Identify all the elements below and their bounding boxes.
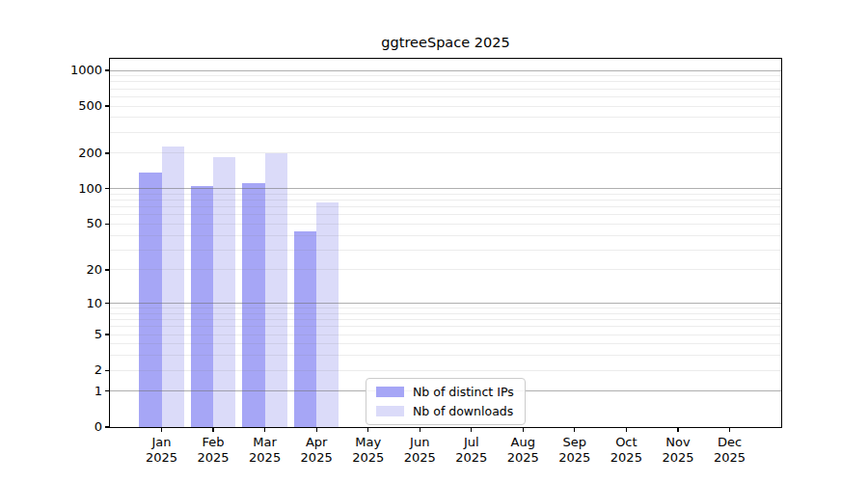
gridline-minor-900 xyxy=(110,75,781,76)
legend: Nb of distinct IPs Nb of downloads xyxy=(366,378,526,425)
y-tick-10 xyxy=(105,303,110,304)
x-tick-label-jan: Jan 2025 xyxy=(133,435,191,466)
x-tick-label-jul: Jul 2025 xyxy=(443,435,501,466)
y-tick-1000 xyxy=(105,69,110,70)
gridline-minor-400 xyxy=(110,117,781,118)
legend-label-distinct-ips: Nb of distinct IPs xyxy=(413,385,514,399)
y-tick-50 xyxy=(105,224,110,225)
gridline-minor-200 xyxy=(110,152,781,153)
gridline-minor-70 xyxy=(110,206,781,207)
y-tick-label-50: 50 xyxy=(56,216,102,231)
x-tick-nov xyxy=(677,427,678,432)
legend-swatch-distinct-ips xyxy=(376,387,404,397)
gridline-minor-5 xyxy=(110,335,781,335)
x-tick-label-apr: Apr 2025 xyxy=(287,435,345,466)
gridline-minor-500 xyxy=(110,106,781,107)
x-tick-label-aug: Aug 2025 xyxy=(494,435,552,466)
y-tick-500 xyxy=(105,105,110,106)
download-stats-chart: ggtreeSpace 2025 Nb of distinct IPs Nb o… xyxy=(0,0,868,482)
gridline-minor-600 xyxy=(110,96,781,97)
gridline-minor-40 xyxy=(110,235,781,236)
x-tick-may xyxy=(367,427,368,432)
gridline-major-10 xyxy=(110,303,781,304)
legend-item-distinct-ips: Nb of distinct IPs xyxy=(376,385,515,399)
gridline-minor-6 xyxy=(110,326,781,327)
gridline-minor-800 xyxy=(110,81,781,82)
y-tick-100 xyxy=(105,188,110,189)
y-tick-label-100: 100 xyxy=(56,181,102,197)
gridline-minor-30 xyxy=(110,250,781,251)
gridline-minor-50 xyxy=(110,224,781,225)
gridline-major-100 xyxy=(110,188,781,189)
y-tick-label-200: 200 xyxy=(56,146,102,161)
y-tick-2 xyxy=(105,370,110,371)
legend-item-downloads: Nb of downloads xyxy=(376,404,515,418)
x-tick-sep xyxy=(574,427,575,432)
x-tick-label-jun: Jun 2025 xyxy=(391,435,448,466)
x-tick-label-oct: Oct 2025 xyxy=(597,435,655,466)
gridline-major-1000 xyxy=(110,70,781,71)
y-tick-0 xyxy=(105,426,110,427)
x-tick-label-sep: Sep 2025 xyxy=(546,435,604,466)
y-tick-200 xyxy=(105,152,110,153)
x-tick-label-feb: Feb 2025 xyxy=(184,435,242,466)
gridline-minor-9 xyxy=(110,308,781,308)
x-tick-mar xyxy=(264,427,265,432)
x-tick-dec xyxy=(729,427,730,432)
gridline-minor-2 xyxy=(110,370,781,371)
x-tick-oct xyxy=(626,427,627,432)
y-tick-label-5: 5 xyxy=(56,327,102,342)
x-tick-label-mar: Mar 2025 xyxy=(236,435,294,466)
y-tick-label-500: 500 xyxy=(56,98,102,114)
legend-swatch-downloads xyxy=(376,406,404,416)
y-tick-20 xyxy=(105,269,110,270)
legend-label-downloads: Nb of downloads xyxy=(413,404,513,418)
y-tick-label-0: 0 xyxy=(56,419,102,435)
gridline-minor-8 xyxy=(110,313,781,314)
y-tick-1 xyxy=(105,390,110,391)
gridline-minor-90 xyxy=(110,194,781,195)
x-tick-apr xyxy=(316,427,317,432)
x-tick-jan xyxy=(161,427,162,432)
y-tick-label-1: 1 xyxy=(56,384,102,399)
gridline-minor-4 xyxy=(110,343,781,344)
bar-distinct-ips-apr xyxy=(294,231,316,427)
gridline-minor-60 xyxy=(110,214,781,215)
y-tick-label-10: 10 xyxy=(56,296,102,311)
x-tick-label-may: May 2025 xyxy=(339,435,397,466)
bar-downloads-apr xyxy=(316,202,339,427)
gridline-minor-7 xyxy=(110,319,781,320)
bar-distinct-ips-jan xyxy=(139,173,161,427)
gridline-minor-300 xyxy=(110,132,781,133)
gridline-minor-80 xyxy=(110,200,781,201)
x-tick-jul xyxy=(471,427,472,432)
y-tick-label-1000: 1000 xyxy=(56,63,102,78)
y-tick-label-2: 2 xyxy=(56,362,102,378)
x-tick-feb xyxy=(212,427,213,432)
chart-title: ggtreeSpace 2025 xyxy=(110,35,781,50)
x-tick-jun xyxy=(420,427,420,432)
bar-downloads-feb xyxy=(213,157,235,427)
gridline-minor-700 xyxy=(110,89,781,90)
y-tick-label-20: 20 xyxy=(56,262,102,278)
x-tick-label-dec: Dec 2025 xyxy=(700,435,758,466)
x-tick-label-nov: Nov 2025 xyxy=(649,435,707,466)
x-tick-aug xyxy=(523,427,524,432)
gridline-minor-20 xyxy=(110,269,781,270)
y-tick-5 xyxy=(105,334,110,335)
gridline-minor-3 xyxy=(110,355,781,356)
